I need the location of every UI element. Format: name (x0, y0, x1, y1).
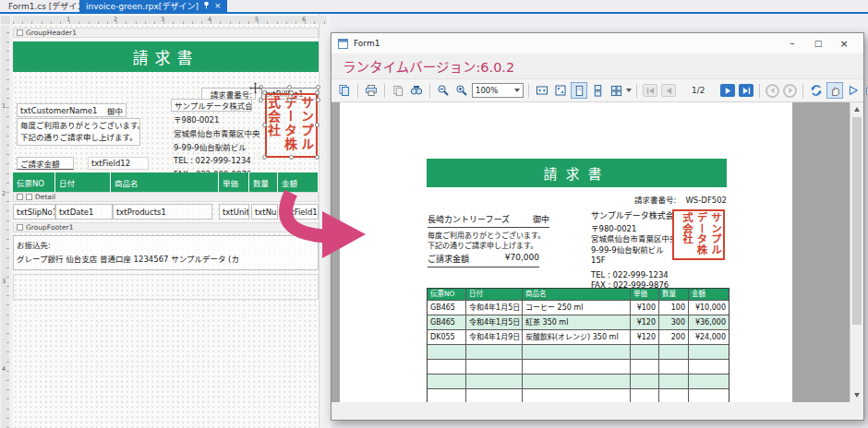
last-page-icon[interactable] (739, 84, 753, 97)
selection-handle[interactable] (315, 155, 319, 160)
ruler-corner (1, 16, 10, 24)
table-cell: 100 (659, 301, 689, 315)
scroll-down-icon[interactable] (854, 393, 860, 398)
toolbar-separator (759, 84, 760, 98)
table-cell: GB465 (428, 315, 466, 330)
section-bar-groupheader[interactable]: GroupHeader1 (13, 28, 319, 38)
window-title-bar[interactable]: Form1 (332, 33, 863, 54)
field-label: txtDate1 (59, 208, 93, 217)
field-txtCustomerName1[interactable]: txtCustomerName1 御中 (17, 103, 127, 117)
report-page: 請求書 請求書番号:WS-DF502 長崎カントリーフーズ 御中 毎度ご利用あり… (340, 102, 792, 402)
refresh-icon[interactable] (808, 82, 825, 99)
company-zip: 〒980-0021 (591, 224, 682, 235)
selection-handle[interactable] (287, 98, 292, 102)
selection-handle[interactable] (315, 90, 319, 95)
selection-handle[interactable] (289, 90, 294, 95)
table-cell (466, 389, 523, 402)
company-zip[interactable]: 〒980-0021 (174, 113, 219, 125)
tab-invoice-green-rpx[interactable]: invoice-green.rpx[デザイン] (79, 0, 227, 12)
table-row: GB465令和4年1月5日コーヒー 250 ml¥100100¥10,000 (428, 301, 729, 315)
stamp-text: サンプルデータ株式会社 (681, 212, 722, 255)
hand-tool-icon[interactable] (826, 82, 843, 99)
amount-label-box[interactable]: ご請求金額 (17, 157, 74, 170)
expand-icon[interactable] (26, 194, 32, 200)
prev-page-icon[interactable] (661, 84, 676, 97)
col-header: 単価 (219, 172, 249, 192)
continue-icon[interactable] (845, 82, 862, 99)
zoom-level-combo[interactable]: 100% (472, 83, 524, 98)
collapse-icon[interactable] (17, 194, 23, 200)
selection-handle[interactable] (259, 98, 263, 102)
toolbar-separator (384, 84, 385, 98)
invoice-billno-line: 請求書番号:WS-DF502 (542, 194, 727, 205)
report-preview-area[interactable]: 請求書 請求書番号:WS-DF502 長崎カントリーフーズ 御中 毎度ご利用あり… (332, 102, 863, 402)
selection-handle[interactable] (262, 123, 267, 127)
snapshot-icon[interactable] (863, 82, 868, 99)
greeting-text-box[interactable]: 毎度ご利用ありがとうございます。 下記の通りご請求申し上げます。 (17, 118, 140, 146)
table-cell: 令和4年1月5日 (466, 301, 523, 315)
amount-label: ご請求金額 (428, 253, 469, 265)
empty-footer-box[interactable] (13, 274, 319, 300)
field-txtDate1[interactable]: txtDate1 (55, 204, 113, 220)
billno-label: 請求書番号: (634, 196, 676, 205)
vertical-scrollbar[interactable] (850, 102, 863, 402)
selection-handle[interactable] (289, 155, 294, 160)
zoom-in-icon[interactable] (453, 82, 470, 99)
company-block: サンプルデータ株式会社 〒980-0021 宮城県仙台市青葉区中央 9-99-9… (591, 211, 682, 291)
col-header: 日付 (55, 172, 111, 192)
history-forward-icon[interactable] (783, 84, 797, 98)
ruler-number: 2 (114, 16, 117, 23)
company-tel[interactable]: TEL : 022-999-1234 (174, 156, 251, 165)
designer-title-band[interactable]: 請求書 (13, 42, 319, 72)
field-txtSlipNo1[interactable]: txtSlipNo1 (13, 204, 55, 220)
fit-width-icon[interactable] (534, 82, 550, 99)
scrollbar-thumb[interactable] (852, 117, 862, 325)
single-page-icon[interactable] (571, 82, 587, 99)
field-txtProducts1[interactable]: txtProducts1 (113, 204, 212, 220)
table-row (428, 389, 729, 402)
history-back-icon[interactable] (766, 84, 779, 98)
collapse-icon[interactable] (17, 224, 23, 231)
close-button[interactable] (831, 38, 857, 50)
company-addr2[interactable]: 9-99-9仙台駅前ビル (174, 141, 247, 152)
company-stamp[interactable]: サンプルデータ株式会社 (265, 93, 318, 158)
minimize-button[interactable] (779, 38, 805, 50)
company-addr1[interactable]: 宮城県仙台市青葉区中央 (174, 127, 260, 138)
bank-text: グレープ銀行 仙台支店 普通口座 1234567 サンプルデータ (カ (17, 253, 239, 267)
find-icon[interactable] (408, 82, 425, 99)
copy-icon[interactable] (390, 82, 406, 99)
table-row (428, 374, 729, 389)
selection-handle[interactable] (316, 98, 320, 102)
continuous-page-icon[interactable] (589, 82, 606, 99)
page-indicator: 1/2 (692, 86, 705, 95)
scroll-up-icon[interactable] (854, 107, 860, 112)
table-cell (631, 360, 659, 374)
maximize-button[interactable] (805, 38, 831, 50)
tab-label: Form1.cs [デザイン] (8, 0, 89, 12)
field-txtField12[interactable]: txtField12 (88, 157, 149, 170)
selection-handle[interactable] (315, 123, 319, 127)
selection-handle[interactable] (262, 90, 267, 95)
chevron-down-icon[interactable] (626, 89, 632, 92)
zoom-out-icon[interactable] (435, 82, 452, 99)
first-page-icon[interactable] (643, 84, 657, 97)
close-icon[interactable] (214, 2, 222, 10)
table-cell (428, 374, 466, 389)
company-name-box[interactable]: サンプルデータ株式会社 (171, 99, 252, 112)
next-page-icon[interactable] (720, 84, 735, 97)
toolbar-separator (528, 84, 529, 98)
table-cell: ¥120 (631, 330, 659, 345)
pin-icon[interactable] (203, 1, 210, 11)
field-txtUnitP[interactable]: txtUnitP (219, 204, 249, 220)
table-cell (466, 360, 523, 374)
greeting-line: 下記の通りご請求申し上げます。 (20, 132, 138, 144)
col-header: 金額 (689, 289, 729, 301)
copy-page-icon[interactable] (336, 82, 353, 99)
selection-handle[interactable] (287, 85, 292, 89)
selection-handle[interactable] (262, 155, 267, 160)
print-icon[interactable] (363, 82, 380, 99)
selection-handle[interactable] (316, 85, 320, 89)
fit-page-icon[interactable] (552, 82, 569, 99)
collapse-icon[interactable] (17, 30, 23, 36)
multi-page-icon[interactable] (608, 82, 624, 99)
